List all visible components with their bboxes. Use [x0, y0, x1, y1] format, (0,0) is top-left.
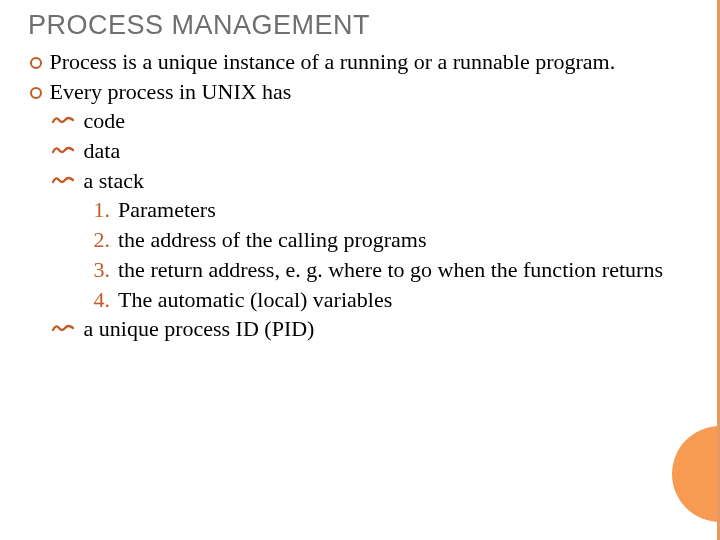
num-marker: 4.	[82, 285, 110, 315]
num-marker: 1.	[82, 195, 110, 225]
num-1-text: Parameters	[118, 197, 216, 222]
num-3-text: the return address, e. g. where to go wh…	[118, 257, 663, 282]
squiggle-icon	[52, 322, 74, 334]
sub-1-text: code	[84, 108, 126, 133]
num-marker: 3.	[82, 255, 110, 285]
squiggle-icon	[52, 144, 74, 156]
sub-3-text: a stack	[84, 168, 144, 193]
num-2: 2.the address of the calling programs	[30, 225, 692, 255]
slide-body: Process is a unique instance of a runnin…	[28, 47, 692, 344]
bullet-1-text: Process is a unique instance of a runnin…	[50, 49, 616, 74]
bullet-1: Process is a unique instance of a runnin…	[30, 47, 692, 77]
slide-title: PROCESS MANAGEMENT	[28, 10, 692, 41]
squiggle-icon	[52, 174, 74, 186]
bullet-2-text: Every process in UNIX has	[50, 79, 292, 104]
num-4-text: The automatic (local) variables	[118, 287, 392, 312]
corner-circle-decoration	[672, 426, 720, 522]
circle-bullet-icon	[30, 87, 42, 99]
squiggle-icon	[52, 114, 74, 126]
sub-2-text: data	[84, 138, 121, 163]
circle-bullet-icon	[30, 57, 42, 69]
num-1: 1.Parameters	[30, 195, 692, 225]
slide: PROCESS MANAGEMENT Process is a unique i…	[0, 0, 720, 540]
bullet-2: Every process in UNIX has	[30, 77, 692, 107]
sub-1: code	[30, 106, 692, 136]
sub-4: a unique process ID (PID)	[30, 314, 692, 344]
sub-2: data	[30, 136, 692, 166]
num-4: 4.The automatic (local) variables	[30, 285, 692, 315]
sub-3: a stack	[30, 166, 692, 196]
num-marker: 2.	[82, 225, 110, 255]
num-2-text: the address of the calling programs	[118, 227, 427, 252]
num-3: 3.the return address, e. g. where to go …	[30, 255, 692, 285]
sub-4-text: a unique process ID (PID)	[84, 316, 315, 341]
